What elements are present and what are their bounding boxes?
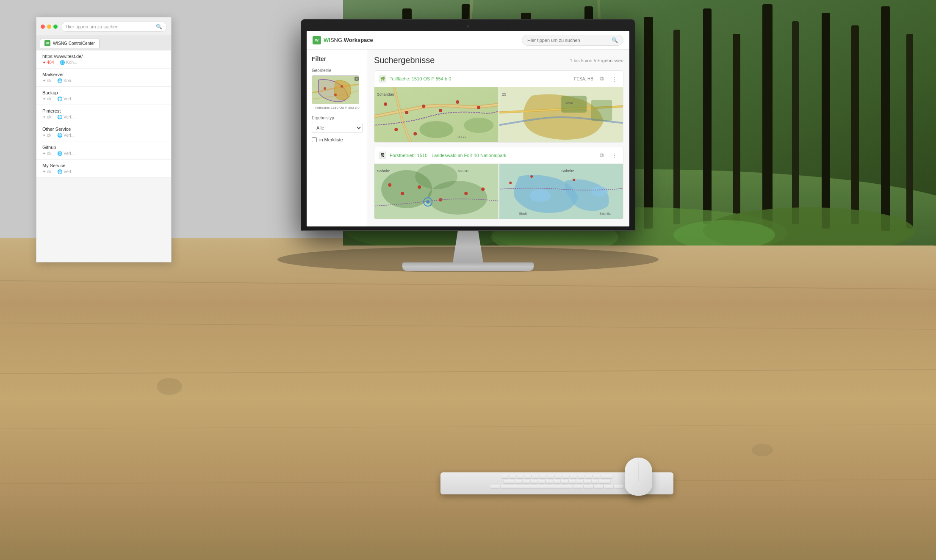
svg-point-78 [529,189,551,202]
workspace-search-bar[interactable]: 🔍 [522,35,623,46]
bg-service-list: https://www.test.de/ ✦ 404 🌐 Kon... Mail… [36,50,171,178]
result-type-label: Ergebnistyp [312,116,363,120]
svg-point-66 [415,164,457,189]
svg-rect-59 [561,96,587,113]
svg-text:Stadt: Stadt [519,212,527,215]
monitor-stand-base [402,262,534,271]
service-name-github: Github [42,145,165,150]
service-item-backup[interactable]: Backup ✦ ok 🌐 Verf... [36,87,171,105]
result-1-title[interactable]: Teilfläche: 1510 OS P 554 b 0 [390,76,570,81]
svg-rect-12 [644,17,653,229]
svg-rect-13 [673,30,680,224]
results-title: Suchergebnisse [374,55,435,65]
svg-point-55 [464,118,493,133]
monitor-stand-neck [443,231,493,262]
svg-rect-16 [762,4,773,229]
service-name-backup: Backup [42,90,165,95]
result-1-more-btn[interactable]: ⋮ [609,74,619,83]
service-name-myservice: My Service [42,163,165,168]
logo-icon: W [313,36,321,44]
service-status-backup: ✦ ok [42,97,51,101]
result-2-title[interactable]: Forstbetrieb: 1510 - Landeswald im FoB 1… [390,153,593,158]
logo-text: WISNG.Workspace [324,37,373,43]
service-meta-test: 🌐 Kon... [60,60,77,65]
svg-text:×: × [356,77,358,81]
svg-point-49 [439,109,442,112]
workspace-header: W WISNG.Workspace 🔍 [307,31,629,50]
svg-point-67 [388,183,391,187]
service-status-mailserver: ✦ ok [42,78,51,83]
service-meta-pinterest: 🌐 Verf... [57,115,75,119]
result-2-more-btn[interactable]: ⋮ [609,151,619,160]
svg-point-69 [418,185,421,189]
service-meta-github: 🌐 Verf... [57,151,75,156]
result-type-select[interactable]: Alle [312,123,363,133]
service-item-mailserver[interactable]: Mailserver ✦ ok 🌐 Kon... [36,69,171,87]
service-status-test: ✦ 404 [42,60,54,65]
result-2-map-left: Sabnitz Sabnitz [374,164,498,219]
results-count: 1 bis 5 von 5 Ergebnissen [570,58,623,63]
service-item-pinterest[interactable]: Pinterest ✦ ok 🌐 Verf... [36,105,171,123]
svg-point-50 [456,100,459,104]
workspace-search-input[interactable] [527,38,608,43]
result-1-subtitle: FESA, HB [574,77,593,81]
svg-rect-18 [822,13,830,229]
results-header: Suchergebnisse 1 bis 5 von 5 Ergebnissen [374,55,623,65]
service-status-github: ✦ ok [42,151,51,156]
svg-text:Sabnitz: Sabnitz [377,169,390,173]
svg-text:25: 25 [502,92,506,97]
service-meta-backup: 🌐 Verf... [57,97,75,101]
bg-search-icon: 🔍 [156,24,162,30]
svg-point-53 [413,132,417,135]
merkliste-label: in Merkliste [319,137,343,142]
geometry-label: Geometrie [312,68,363,73]
svg-rect-15 [733,34,740,224]
workspace-app: W WISNG.Workspace 🔍 Filter [307,31,629,226]
svg-point-36 [752,444,773,456]
bg-app-tab[interactable]: W WISNG.ControlCenter [40,38,100,48]
svg-point-48 [422,105,425,108]
result-1-copy-btn[interactable]: ⧉ [597,74,606,83]
svg-point-47 [405,111,408,114]
svg-point-81 [530,175,533,178]
service-meta-myservice: 🌐 Verf... [57,169,75,174]
service-item-myservice[interactable]: My Service ✦ ok 🌐 Verf... [36,160,171,178]
result-1-map-right: 25 Wald [499,87,623,142]
workspace-logo: W WISNG.Workspace [313,36,373,44]
merkliste-filter: in Merkliste [312,137,363,142]
svg-point-52 [394,128,398,131]
svg-rect-14 [703,8,712,224]
result-2-copy-btn[interactable]: ⧉ [597,151,606,160]
service-status-myservice: ✦ ok [42,169,51,174]
svg-point-46 [384,102,387,106]
svg-text:Schandau: Schandau [377,92,394,97]
service-status-pinterest: ✦ ok [42,115,51,119]
svg-rect-29 [0,238,936,560]
result-type-filter: Ergebnistyp Alle [312,116,363,133]
service-item-github[interactable]: Github ✦ ok 🌐 Verf... [36,141,171,160]
svg-text:B 172: B 172 [457,135,466,139]
svg-point-35 [157,378,182,395]
bg-search-placeholder: Hier tippen um zu suchen [66,24,119,29]
svg-rect-17 [792,21,799,224]
svg-point-79 [591,186,608,196]
svg-point-39 [324,87,326,90]
geometry-thumbnail: × [312,75,359,104]
result-card-1: 🌿 Teilfläche: 1510 OS P 554 b 0 FESA, HB… [374,70,623,143]
mouse [625,458,652,496]
service-status-other: ✦ ok [42,133,51,138]
service-item-other[interactable]: Other Service ✦ ok 🌐 Verf... [36,123,171,141]
svg-rect-60 [591,100,612,121]
svg-point-54 [419,121,453,138]
result-1-icon: 🌿 [379,75,386,83]
svg-point-41 [341,85,343,88]
svg-text:Sabnitz: Sabnitz [561,169,574,173]
service-item-test[interactable]: https://www.test.de/ ✦ 404 🌐 Kon... [36,50,171,69]
result-1-images: Schandau B 172 [374,87,623,142]
workspace-sidebar: Filter Geometrie [307,50,368,226]
service-meta-mailserver: 🌐 Kon... [57,78,75,83]
workspace-search-icon: 🔍 [612,37,618,43]
geometry-thumb-label: Teilfläche: 1510 OS P 553 c 0 [312,106,363,110]
bg-control-center-app: Hier tippen um zu suchen 🔍 W WISNG.Contr… [36,17,172,262]
merkliste-checkbox[interactable] [312,137,317,142]
